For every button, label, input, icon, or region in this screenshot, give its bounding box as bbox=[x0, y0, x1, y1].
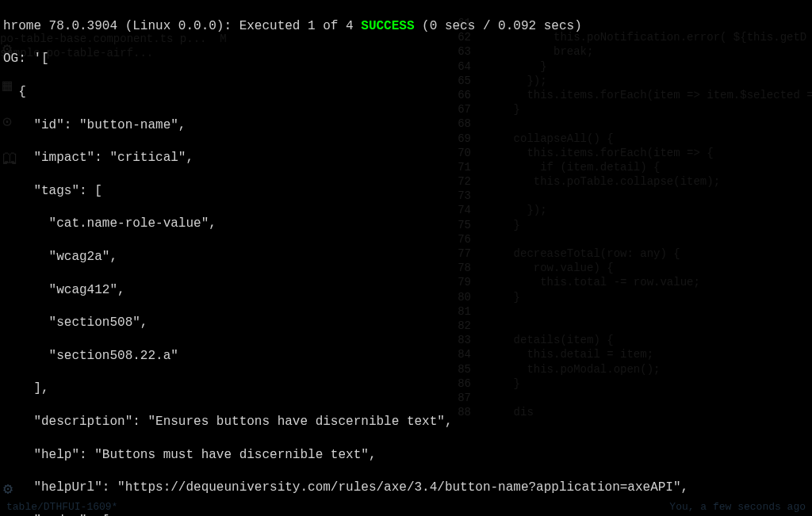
json-line: "nodes": [ bbox=[3, 513, 809, 516]
json-line: ], bbox=[3, 380, 809, 397]
json-line: "id": "button-name", bbox=[3, 117, 809, 134]
json-line: "section508", bbox=[3, 315, 809, 331]
json-line: "description": "Ensures buttons have dis… bbox=[3, 414, 809, 430]
test-runner-header: hrome 78.0.3904 (Linux 0.0.0): Executed … bbox=[3, 18, 809, 35]
json-line: "helpUrl": "https://dequeuniversity.com/… bbox=[3, 480, 809, 496]
json-line: { bbox=[3, 84, 809, 101]
json-line: "impact": "critical", bbox=[3, 150, 809, 166]
log-line: OG: '[ bbox=[3, 51, 809, 67]
json-line: "wcag412", bbox=[3, 282, 809, 299]
terminal-output[interactable]: hrome 78.0.3904 (Linux 0.0.0): Executed … bbox=[0, 0, 812, 516]
json-line: "cat.name-role-value", bbox=[3, 216, 809, 232]
json-line: "section508.22.a" bbox=[3, 348, 809, 365]
json-line: "help": "Buttons must have discernible t… bbox=[3, 447, 809, 464]
json-line: "wcag2a", bbox=[3, 249, 809, 266]
success-status: SUCCESS bbox=[361, 19, 414, 33]
json-line: "tags": [ bbox=[3, 183, 809, 200]
